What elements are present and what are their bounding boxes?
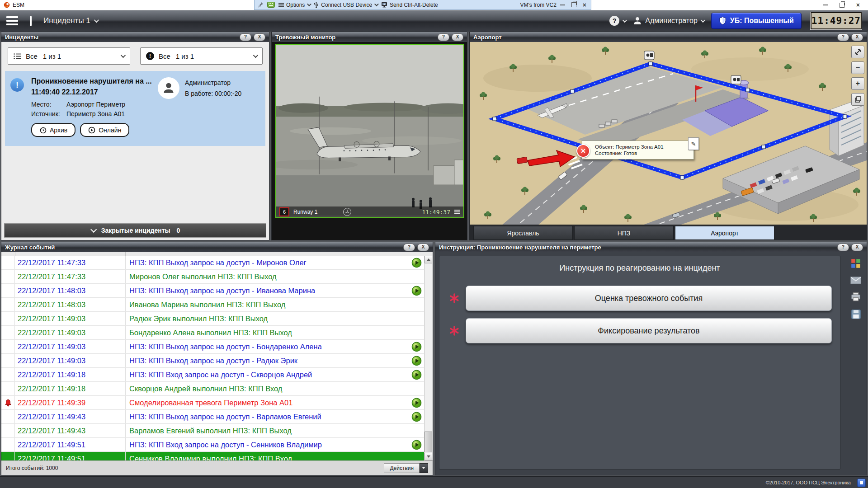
incident-card[interactable]: ! Проникновение нарушителя на ... 11:49:… bbox=[5, 71, 265, 146]
event-time-cell: 22/12/2017 11:49:18 bbox=[15, 371, 125, 379]
zoom-out-icon[interactable]: − bbox=[851, 61, 864, 74]
event-row[interactable]: 22/12/2017 11:48:03 НПЗ: КПП Выход запро… bbox=[1, 284, 425, 298]
close-button[interactable]: × bbox=[856, 2, 860, 8]
play-button[interactable] bbox=[411, 286, 422, 296]
user-menu[interactable]: Администратор bbox=[633, 16, 703, 25]
instruction-step-button[interactable]: Фиксирование результатов bbox=[466, 318, 832, 343]
panel-close-button[interactable]: X bbox=[851, 244, 863, 251]
save-icon[interactable] bbox=[851, 310, 861, 319]
note-icon[interactable]: ✎ bbox=[688, 137, 699, 150]
event-row[interactable]: 22/12/2017 11:49:18 НПЗ: КПП Вход запрос… bbox=[1, 368, 425, 382]
video-menu-icon[interactable] bbox=[454, 209, 460, 215]
panel-close-button[interactable]: X bbox=[452, 33, 463, 41]
play-button[interactable] bbox=[411, 258, 422, 268]
panel-help-button[interactable]: ? bbox=[837, 244, 849, 251]
play-button[interactable] bbox=[411, 412, 422, 422]
zoom-in-icon[interactable]: + bbox=[851, 77, 864, 90]
panel-close-button[interactable]: X bbox=[254, 33, 265, 41]
scroll-up-icon[interactable] bbox=[425, 256, 432, 263]
instruction-step: Оценка тревожного события bbox=[443, 286, 832, 311]
play-button[interactable] bbox=[411, 398, 422, 408]
user-name: Администратор bbox=[645, 17, 697, 25]
event-row[interactable]: 22/12/2017 11:49:43 Варламов Евгений вып… bbox=[1, 424, 425, 438]
restore-button[interactable] bbox=[840, 3, 844, 8]
vm-options-menu[interactable]: Options bbox=[278, 2, 310, 8]
play-button[interactable] bbox=[411, 370, 422, 380]
panel-help-button[interactable]: ? bbox=[240, 33, 251, 41]
event-row[interactable]: 22/12/2017 11:49:03 Радюк Эрик выполнил … bbox=[1, 312, 425, 326]
chevron-down-icon bbox=[94, 18, 99, 23]
camera-marker-icon[interactable] bbox=[731, 75, 741, 84]
panel-help-button[interactable]: ? bbox=[403, 244, 415, 251]
instruction-step-button[interactable]: Оценка тревожного события bbox=[466, 286, 832, 311]
event-row[interactable]: 22/12/2017 11:47:33 Миронов Олег выполни… bbox=[1, 270, 425, 284]
event-row[interactable]: 22/12/2017 11:48:03 Иванова Марина выпол… bbox=[1, 298, 425, 312]
event-row[interactable]: 22/12/2017 11:49:03 НПЗ: КПП Выход запро… bbox=[1, 354, 425, 368]
archive-button[interactable]: Архив bbox=[31, 123, 75, 137]
panel-close-button[interactable]: X bbox=[851, 33, 863, 41]
vm-send-cad[interactable]: Send Ctrl-Alt-Delete bbox=[381, 2, 438, 8]
minimize-button[interactable] bbox=[823, 5, 828, 5]
incident-filter-dropdown[interactable]: Все 1 из 1 bbox=[8, 47, 130, 65]
keyboard-icon[interactable] bbox=[267, 2, 275, 8]
incident-priority-dropdown[interactable]: ! Все 1 из 1 bbox=[140, 47, 263, 65]
event-time-cell: 22/12/2017 11:49:03 bbox=[15, 343, 125, 351]
tray-window-icon[interactable] bbox=[857, 479, 866, 487]
map-tab[interactable]: Ярославль bbox=[473, 226, 573, 240]
event-row[interactable]: 22/12/2017 11:49:39 Смоделированная трев… bbox=[1, 396, 425, 410]
event-row[interactable]: 22/12/2017 11:47:33 НПЗ: КПП Выход запро… bbox=[1, 256, 425, 270]
event-row[interactable]: 22/12/2017 11:49:03 НПЗ: КПП Выход запро… bbox=[1, 340, 425, 354]
view-selector[interactable]: Инциденты 1 bbox=[30, 16, 98, 25]
monitor-icon bbox=[30, 17, 40, 25]
play-button[interactable] bbox=[411, 440, 422, 450]
printer-icon[interactable] bbox=[851, 292, 861, 301]
help-menu[interactable]: ? bbox=[609, 16, 626, 26]
event-log-scrollbar[interactable] bbox=[424, 256, 433, 460]
vm-close-button[interactable]: × bbox=[583, 2, 586, 8]
map-tab[interactable]: НПЗ bbox=[574, 226, 674, 240]
list-icon bbox=[14, 53, 21, 60]
mail-icon[interactable] bbox=[850, 277, 861, 284]
event-row[interactable]: 22/12/2017 11:49:18 Скворцов Андрей выпо… bbox=[1, 382, 425, 396]
map-tabs-bar: ЯрославльНПЗАэропорт bbox=[470, 225, 867, 240]
play-button[interactable] bbox=[411, 356, 422, 366]
map-tab[interactable]: Аэропорт bbox=[675, 226, 774, 240]
pin-icon[interactable] bbox=[258, 2, 264, 8]
ctrl-alt-del-icon bbox=[381, 2, 387, 8]
event-row[interactable]: 22/12/2017 11:49:43 НПЗ: КПП Выход запро… bbox=[1, 410, 425, 424]
event-row[interactable]: 22/12/2017 11:49:51 НПЗ: КПП Вход запрос… bbox=[1, 438, 425, 452]
closed-incidents-bar[interactable]: Закрытые инциденты 0 bbox=[4, 223, 266, 238]
chevron-down-icon bbox=[374, 2, 379, 6]
event-log-header: Журнал событий ? X bbox=[1, 242, 433, 252]
required-asterisk-icon bbox=[449, 325, 460, 336]
event-row[interactable]: 22/12/2017 11:49:03 Бондаренко Алена вып… bbox=[1, 326, 425, 340]
panel-help-button[interactable]: ? bbox=[837, 33, 849, 41]
alarm-close-icon[interactable]: ✕ bbox=[576, 144, 590, 158]
security-level-button[interactable]: УБ: Повышенный bbox=[711, 13, 802, 29]
vm-connect-usb[interactable]: Connect USB Device bbox=[314, 1, 377, 8]
vm-minimize-button[interactable] bbox=[560, 5, 565, 5]
panel-close-button[interactable]: X bbox=[417, 244, 429, 251]
actions-dropdown-icon[interactable] bbox=[420, 463, 428, 473]
digital-clock: 11:49:27 bbox=[811, 12, 862, 29]
scroll-down-icon[interactable] bbox=[425, 453, 432, 460]
apps-grid-icon[interactable] bbox=[851, 258, 861, 268]
layers-icon[interactable] bbox=[851, 93, 864, 106]
scrollbar-thumb[interactable] bbox=[425, 432, 432, 452]
incidents-panel-title: Инциденты bbox=[5, 34, 38, 41]
fullscreen-icon[interactable] bbox=[851, 46, 864, 58]
vm-restore-button[interactable] bbox=[571, 2, 576, 7]
map-panel: Аэропорт ? X bbox=[469, 32, 867, 240]
actions-button[interactable]: Действия bbox=[384, 463, 428, 473]
online-button[interactable]: Онлайн bbox=[80, 123, 129, 137]
play-button[interactable] bbox=[411, 342, 422, 352]
panel-help-button[interactable]: ? bbox=[438, 33, 449, 41]
camera-number-badge: 6 bbox=[279, 207, 289, 216]
event-text-cell: НПЗ: КПП Вход запрос на доступ - Сеннико… bbox=[125, 438, 408, 451]
main-menu-button[interactable] bbox=[6, 14, 18, 27]
camera-marker-icon[interactable] bbox=[644, 51, 654, 60]
source-value: Периметр Зона А01 bbox=[66, 110, 125, 117]
camera-video-view[interactable]: 6 Runway 1 11:49:37 bbox=[275, 44, 464, 218]
map-scene[interactable]: ✕ Объект: Периметр Зона А01 Состояние: Г… bbox=[470, 42, 867, 225]
event-time-cell: 22/12/2017 11:49:03 bbox=[15, 328, 125, 337]
